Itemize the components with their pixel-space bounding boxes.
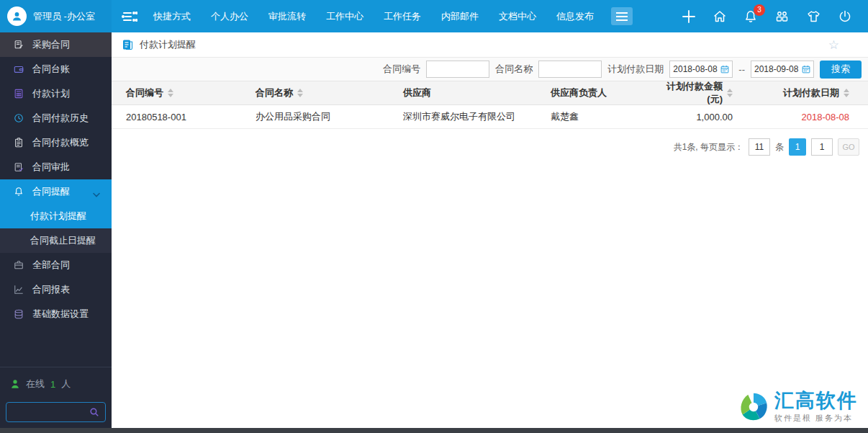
sidebar-item-label: 付款计划提醒 xyxy=(30,210,86,223)
online-count: 1 xyxy=(50,379,55,390)
goto-page-input[interactable] xyxy=(811,138,833,156)
calendar-icon[interactable] xyxy=(802,64,810,74)
column-header-pay-date[interactable]: 计划付款日期 xyxy=(733,86,849,99)
table-row[interactable]: 20180518-001 办公用品采购合同 深圳市赛威尔电子有限公司 戴楚鑫 1… xyxy=(112,105,868,129)
sidebar-item-payment-plan-reminder[interactable]: 付款计划提醒 xyxy=(0,204,112,228)
contract-no-label: 合同编号 xyxy=(383,63,420,76)
cell-contract-name: 办公用品采购合同 xyxy=(256,110,403,123)
menu-item-internal-mail[interactable]: 内部邮件 xyxy=(431,0,489,32)
sidebar-item-label: 合同提醒 xyxy=(32,185,70,198)
calendar-icon[interactable] xyxy=(720,64,729,74)
sidebar-item-purchase-contract[interactable]: 采购合同 xyxy=(0,32,112,57)
contract-doc-icon xyxy=(13,40,24,50)
sidebar-item-label: 合同台账 xyxy=(32,63,70,76)
cell-supplier-contact: 戴楚鑫 xyxy=(551,110,654,123)
notifications-bell-icon[interactable]: 3 xyxy=(743,9,758,24)
notification-badge: 3 xyxy=(754,4,765,16)
menu-item-work-center[interactable]: 工作中心 xyxy=(316,0,374,32)
column-header-supplier-contact: 供应商负责人 xyxy=(551,86,654,99)
sort-icon[interactable] xyxy=(844,89,849,97)
pagination-unit: 条 xyxy=(775,141,784,153)
sidebar-collapse-icon[interactable] xyxy=(122,10,137,23)
filter-bar: 合同编号 合同名称 计划付款日期 -- 搜索 xyxy=(112,58,868,81)
sidebar-item-payment-history[interactable]: 合同付款历史 xyxy=(0,106,112,130)
sidebar-item-contract-reports[interactable]: 合同报表 xyxy=(0,277,112,302)
add-icon[interactable] xyxy=(682,9,696,24)
home-icon[interactable] xyxy=(713,9,727,24)
contract-name-label: 合同名称 xyxy=(495,63,533,76)
main-content: 付款计划提醒 ☆ 合同编号 合同名称 计划付款日期 -- 搜索 合同编号 合同名… xyxy=(112,32,868,428)
briefcase-icon xyxy=(13,260,24,270)
search-button[interactable]: 搜索 xyxy=(820,61,862,79)
sidebar-item-label: 合同报表 xyxy=(32,283,70,296)
sort-icon[interactable] xyxy=(168,89,173,97)
menu-item-document-center[interactable]: 文档中心 xyxy=(489,0,546,32)
pagination: 共1条, 每页显示： 条 1 GO xyxy=(112,138,868,156)
sidebar-item-label: 合同付款历史 xyxy=(32,112,89,125)
menu-item-approval-flow[interactable]: 审批流转 xyxy=(258,0,316,32)
sidebar-item-payment-overview[interactable]: 合同付款概览 xyxy=(0,130,112,155)
sidebar-item-contract-deadline-reminder[interactable]: 合同截止日提醒 xyxy=(0,228,112,253)
sidebar-item-all-contracts[interactable]: 全部合同 xyxy=(0,253,112,277)
pagination-summary: 共1条, 每页显示： xyxy=(674,141,743,153)
pinwheel-logo-icon xyxy=(737,390,770,424)
contract-name-input[interactable] xyxy=(538,61,602,78)
power-logout-icon[interactable] xyxy=(838,9,852,24)
approval-doc-icon xyxy=(13,162,24,172)
menu-item-info-publish[interactable]: 信息发布 xyxy=(546,0,604,32)
cell-supplier: 深圳市赛威尔电子有限公司 xyxy=(403,110,551,123)
sidebar-search-input[interactable] xyxy=(6,407,89,417)
menu-item-personal-office[interactable]: 个人办公 xyxy=(201,0,258,32)
online-unit: 人 xyxy=(61,378,71,390)
column-header-contract-no[interactable]: 合同编号 xyxy=(112,86,256,99)
online-label: 在线 xyxy=(26,378,45,390)
database-icon xyxy=(13,309,24,319)
page-size-input[interactable] xyxy=(749,138,770,156)
table-header-row: 合同编号 合同名称 供应商 供应商负责人 计划付款金额(元) 计划付款日期 xyxy=(112,81,868,105)
menu-item-work-tasks[interactable]: 工作任务 xyxy=(374,0,431,32)
sidebar-item-base-data-settings[interactable]: 基础数据设置 xyxy=(0,302,112,326)
theme-shirt-icon[interactable] xyxy=(806,9,821,24)
bell-icon xyxy=(13,187,24,197)
sidebar-item-contract-ledger[interactable]: 合同台账 xyxy=(0,57,112,81)
more-menu-icon[interactable] xyxy=(611,7,633,25)
sidebar-item-label: 付款计划 xyxy=(32,87,70,100)
sidebar-search-box xyxy=(6,402,106,422)
chart-icon xyxy=(13,285,24,295)
user-block[interactable]: 管理员 -办公室 xyxy=(0,0,112,32)
top-navigation-bar: 管理员 -办公室 快捷方式 个人办公 审批流转 工作中心 工作任务 内部邮件 文… xyxy=(0,0,868,32)
chevron-down-icon xyxy=(93,189,100,200)
sidebar-item-contract-reminder[interactable]: 合同提醒 xyxy=(0,179,112,204)
topbar-action-icons: 3 xyxy=(682,9,868,24)
sort-icon[interactable] xyxy=(297,89,303,97)
sidebar-item-label: 采购合同 xyxy=(32,38,70,51)
vendor-name: 汇高软件 xyxy=(774,390,858,412)
sidebar-item-label: 基础数据设置 xyxy=(32,308,89,321)
cell-amount: 1,000.00 xyxy=(654,112,733,122)
column-header-contract-name[interactable]: 合同名称 xyxy=(256,86,403,99)
online-status: 在线 1 人 xyxy=(10,378,71,390)
user-name: 管理员 -办公室 xyxy=(33,10,95,23)
pay-date-label: 计划付款日期 xyxy=(607,63,664,76)
contract-no-input[interactable] xyxy=(426,61,489,78)
top-menu: 快捷方式 个人办公 审批流转 工作中心 工作任务 内部邮件 文档中心 信息发布 xyxy=(143,0,633,32)
current-page-button[interactable]: 1 xyxy=(789,138,806,156)
sort-icon[interactable] xyxy=(727,89,733,97)
app-window: 管理员 -办公室 快捷方式 个人办公 审批流转 工作中心 工作任务 内部邮件 文… xyxy=(0,0,868,433)
clock-icon xyxy=(13,113,24,123)
search-icon[interactable] xyxy=(89,407,105,417)
cell-pay-date: 2018-08-08 xyxy=(733,112,849,122)
column-header-amount[interactable]: 计划付款金额(元) xyxy=(654,80,733,106)
favorite-star-icon[interactable]: ☆ xyxy=(828,39,839,51)
date-to-input[interactable] xyxy=(754,64,800,74)
window-bottom-edge xyxy=(0,428,868,433)
date-range-separator: -- xyxy=(738,64,745,75)
menu-item-shortcuts[interactable]: 快捷方式 xyxy=(143,0,201,32)
go-button[interactable]: GO xyxy=(838,138,859,156)
date-from-input[interactable] xyxy=(673,64,719,74)
sidebar-item-payment-plan[interactable]: 付款计划 xyxy=(0,81,112,106)
sidebar-item-contract-approval[interactable]: 合同审批 xyxy=(0,155,112,179)
vendor-logo: 汇高软件 软件是根 服务为本 xyxy=(737,390,858,424)
date-from-box xyxy=(669,61,733,78)
organization-icon[interactable] xyxy=(774,9,790,24)
